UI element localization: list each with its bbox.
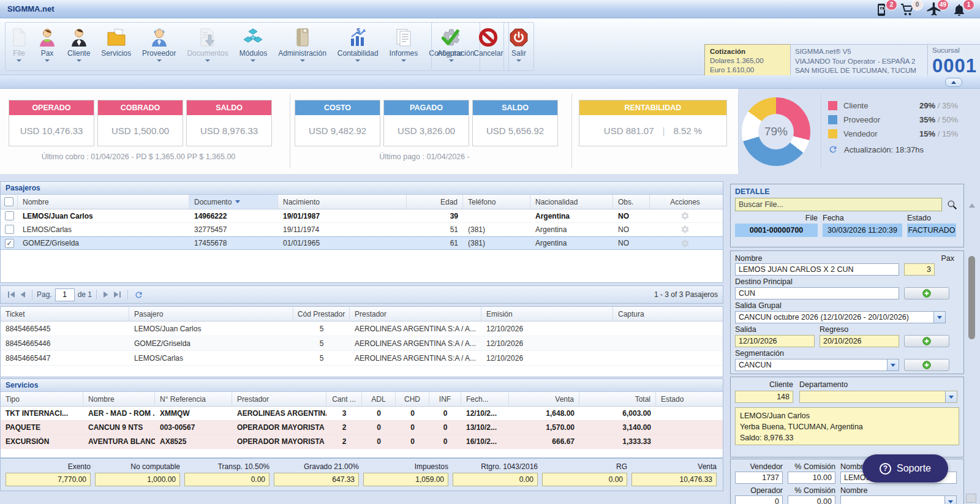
chart-updated-time: Actualización: 18:37hs (844, 145, 924, 154)
departamento-select[interactable] (799, 391, 957, 403)
toolbar-item-administracion[interactable]: Administración (273, 23, 332, 62)
row-actions-gear-icon[interactable] (680, 239, 690, 248)
pasajero-row[interactable]: LEMOS/Carlas 32775457 19/11/1974 51 (381… (1, 223, 723, 236)
row-checkbox[interactable] (5, 225, 14, 234)
col-tipo[interactable]: Tipo (1, 392, 83, 406)
toolbar-item-documentos[interactable]: Documentos (181, 23, 233, 62)
servicio-row[interactable]: EXCURSIÓNAVENTURA BLANCA AX8525OPERADOR … (1, 435, 723, 449)
col-cod-prestador[interactable]: Cód Prestador (293, 307, 350, 321)
main-content: Pasajeros Nombre Documento Nacimiento Ed… (0, 178, 980, 504)
toolbar-item-pax[interactable]: Pax (32, 23, 62, 62)
panel-scrollbar-thumb[interactable] (968, 256, 975, 339)
resize-grip[interactable] (966, 494, 976, 503)
add-segmentacion-button[interactable] (904, 359, 949, 371)
col-captura[interactable]: Captura (613, 307, 720, 321)
total-venta: Venta10,476.33 (631, 462, 717, 491)
add-fechas-button[interactable] (904, 335, 949, 347)
col-venta[interactable]: Venta (509, 392, 579, 406)
exit-button[interactable]: Salir (504, 23, 533, 62)
toolbar-item-contabilidad[interactable]: $ Contabilidad (332, 23, 384, 62)
col-pasajero[interactable]: Pasajero (129, 307, 293, 321)
add-destino-button[interactable] (904, 287, 949, 299)
flights-button[interactable]: 49 (926, 1, 943, 17)
regreso-date-input[interactable]: 20/10/2026 (820, 335, 899, 347)
refresh-list-button[interactable] (132, 289, 145, 301)
buscar-file-input[interactable] (735, 198, 942, 211)
row-actions-gear-icon[interactable] (680, 225, 690, 234)
pasajeros-pager: Pag. de 1 1 - 3 of 3 Pasajeros (0, 285, 723, 304)
pax-input[interactable]: 3 (904, 263, 935, 276)
col-total[interactable]: Total (579, 392, 656, 406)
segmentacion-select[interactable]: CANCUN (735, 359, 899, 371)
accept-button[interactable]: Aceptar (432, 23, 468, 58)
nombre-file-input[interactable]: LEMOS JUAN CARLOS X 2 CUN (735, 263, 899, 276)
row-checkbox[interactable]: ✓ (5, 239, 14, 248)
col-adl[interactable]: ADL (362, 392, 396, 406)
col-telefono[interactable]: Teléfono (463, 195, 530, 209)
vendedor-comision-input[interactable]: 10.00 (788, 472, 835, 484)
total-rg: RG0.00 (542, 462, 627, 491)
vendedor-code-input[interactable]: 1737 (735, 472, 783, 484)
toolbar-item-proveedor[interactable]: Proveedor (137, 23, 181, 62)
select-all-checkbox[interactable] (4, 197, 13, 206)
pasajero-row[interactable]: LEMOS/Juan Carlos 14966222 19/01/1987 39… (1, 209, 723, 223)
destino-input[interactable]: CUN (735, 287, 899, 299)
legend-item-cliente: Cliente 29% / 35% (828, 99, 958, 113)
operador-code-input[interactable]: 0 (735, 495, 783, 504)
cliente-saldo: Saldo: 8,976.33 (740, 432, 954, 443)
chevron-down-icon (157, 59, 162, 62)
col-nacimiento[interactable]: Nacimiento (278, 195, 407, 209)
col-inf[interactable]: INF (429, 392, 461, 406)
toolbar-item-file[interactable]: File (6, 23, 32, 62)
first-page-button[interactable] (6, 290, 17, 299)
ticket-row[interactable]: 88454665445LEMOS/Juan Carlos 5AEROLINEAS… (1, 322, 723, 336)
col-estado[interactable]: Estado (656, 392, 720, 406)
col-referencia[interactable]: N° Referencia (155, 392, 232, 406)
tickets-panel: Ticket Pasajero Cód Prestador Prestador … (0, 306, 723, 377)
col-emision[interactable]: Emisión (481, 307, 613, 321)
cancel-button[interactable]: Cancelar (468, 23, 508, 58)
cliente-code-input[interactable]: 148 (735, 391, 793, 403)
col-documento[interactable]: Documento (189, 195, 278, 209)
ticket-row[interactable]: 88454665447LEMOS/Carlas 5AEROLINEAS ARGE… (1, 351, 723, 366)
documentos-icon (199, 27, 216, 48)
col-prestador[interactable]: Prestador (350, 307, 481, 321)
last-page-button[interactable] (111, 290, 123, 299)
servicio-row[interactable]: PAQUETECANCUN 9 NTS 003-00567OPERADOR MA… (1, 421, 723, 435)
col-nombre[interactable]: Nombre (18, 195, 189, 209)
operador-nombre-select[interactable] (840, 495, 957, 504)
col-prestador[interactable]: Prestador (232, 392, 326, 406)
alerts-button[interactable]: 1 (952, 1, 969, 17)
salida-grupal-select[interactable]: CANCUN octubre 2026 (12/10/2026 - 20/10/… (735, 311, 946, 323)
next-page-button[interactable] (101, 290, 111, 299)
cart-button[interactable]: 0 (900, 1, 918, 17)
col-ticket[interactable]: Ticket (1, 307, 129, 321)
col-chd[interactable]: CHD (396, 392, 429, 406)
salida-date-input[interactable]: 12/10/2026 (735, 335, 815, 347)
toolbar-item-servicios[interactable]: Servicios (96, 23, 137, 62)
toolbar-item-cliente[interactable]: Cliente (62, 23, 96, 62)
chevron-down-icon (945, 391, 957, 402)
col-obs[interactable]: Obs. (613, 195, 650, 209)
toolbar-item-informes[interactable]: Informes (384, 23, 424, 62)
scroll-up-arrow[interactable] (969, 203, 975, 208)
row-actions-gear-icon[interactable] (680, 211, 690, 220)
refresh-chart-button[interactable]: Actualización: 18:37hs (828, 145, 958, 154)
col-nombre[interactable]: Nombre (83, 392, 155, 406)
col-edad[interactable]: Edad (407, 195, 463, 209)
col-cant[interactable]: Cant ... (326, 392, 362, 406)
toolbar-item-modulos[interactable]: Módulos (234, 23, 273, 62)
prev-page-button[interactable] (17, 290, 28, 299)
servicio-row[interactable]: TKT INTERNACI...AER - MAD - ROM ... XMMQ… (1, 407, 723, 421)
col-nacionalidad[interactable]: Nacionalidad (530, 195, 613, 209)
ticket-row[interactable]: 88454665446GOMEZ/Griselda 5AEROLINEAS AR… (1, 336, 723, 351)
search-icon[interactable] (947, 200, 957, 210)
operador-comision-input[interactable]: 0.00 (788, 495, 835, 504)
soporte-button[interactable]: ? Soporte (862, 454, 948, 483)
row-checkbox[interactable] (5, 211, 14, 220)
page-input[interactable] (55, 288, 75, 301)
col-fecha[interactable]: Fech... (461, 392, 509, 406)
pasajero-row-selected[interactable]: ✓ GOMEZ/Griselda 17455678 01/01/1965 61 … (1, 236, 723, 250)
collapse-summary-button[interactable] (945, 78, 962, 87)
messages-button[interactable]: 2 (875, 1, 892, 17)
